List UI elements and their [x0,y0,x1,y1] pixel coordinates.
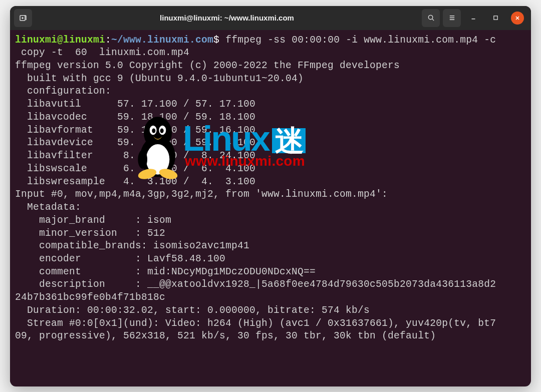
output-line: libavcodec 59. 18.100 / 59. 18.100 [15,111,526,124]
output-line: 24b7b361bc99fe0b4f71b818c [15,291,526,304]
output-line: major_brand : isom [15,214,526,227]
output-line: libavdevice 59. 4.100 / 59. 4.100 [15,137,526,150]
output-line: Stream #0:0[0x1](und): Video: h264 (High… [15,317,526,330]
output-line: description : __@@xatooldvx1928_|5a68f0e… [15,278,526,291]
maximize-button[interactable] [486,9,505,27]
output-line: Input #0, mov,mp4,m4a,3gp,3g2,mj2, from … [15,188,526,201]
new-tab-button[interactable] [14,9,32,27]
output-line: libavutil 57. 17.100 / 57. 17.100 [15,98,526,111]
output-line: built with gcc 9 (Ubuntu 9.4.0-1ubuntu1~… [15,73,526,86]
minimize-button[interactable] [464,9,483,27]
output-line: libavformat 59. 16.100 / 59. 16.100 [15,124,526,137]
prompt-sep: : [105,35,111,46]
command-text: ffmpeg -ss 00:00:00 -i www.linuxmi.com.m… [225,35,496,46]
output-line: compatible_brands: isomiso2avc1mp41 [15,240,526,253]
terminal-window: linuxmi@linuxmi: ~/www.linuxmi.com [10,6,531,386]
output-line: comment : mid:NDcyMDg1MDczODU0NDcxNQ== [15,266,526,279]
search-button[interactable] [422,9,440,27]
output-line: ffmpeg version 5.0 Copyright (c) 2000-20… [15,60,526,73]
output-line: configuration: [15,85,526,98]
output-line: 09, progressive), 562x318, 521 kb/s, 30 … [15,330,526,343]
output-line: encoder : Lavf58.48.100 [15,253,526,266]
prompt-dollar: $ [213,35,219,46]
svg-rect-2 [493,16,497,20]
svg-point-1 [428,15,432,19]
prompt-path: ~/www.linuxmi.com [111,35,213,46]
output-line: Metadata: [15,201,526,214]
window-title: linuxmi@linuxmi: ~/www.linuxmi.com [36,14,418,22]
hamburger-menu-button[interactable] [443,9,461,27]
output-line: minor_version : 512 [15,227,526,240]
titlebar: linuxmi@linuxmi: ~/www.linuxmi.com [10,6,531,30]
command-cont: copy -t 60 linuxmi.com.mp4 [15,47,526,60]
output-line: libavfilter 8. 24.100 / 8. 24.100 [15,150,526,163]
close-button[interactable] [511,12,524,25]
prompt-user: linuxmi@linuxmi [15,35,105,46]
terminal-content[interactable]: linuxmi@linuxmi:~/www.linuxmi.com$ ffmpe… [10,30,531,386]
output-line: libswresample 4. 3.100 / 4. 3.100 [15,176,526,189]
output-line: Duration: 00:00:32.02, start: 0.000000, … [15,304,526,317]
output-line: libswscale 6. 4.100 / 6. 4.100 [15,163,526,176]
